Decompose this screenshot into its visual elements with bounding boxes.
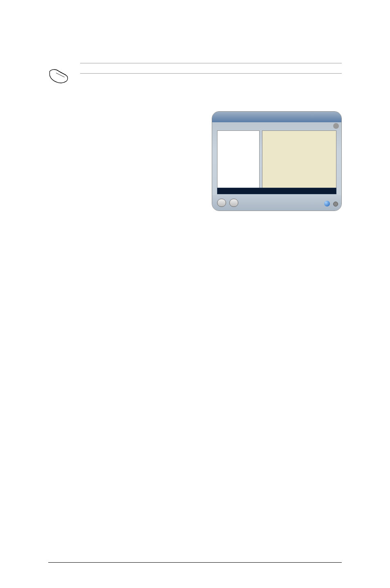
app-titlebar	[212, 112, 341, 122]
app-body	[217, 130, 336, 190]
note-hand-icon	[48, 68, 69, 85]
note-list	[80, 63, 342, 74]
mylogo-app-screenshot	[212, 111, 342, 211]
cancel-button[interactable]	[229, 199, 238, 207]
manual-page	[0, 0, 390, 588]
globe-icon[interactable]	[324, 201, 330, 206]
thumbnail-grid[interactable]	[262, 130, 336, 190]
two-column-row	[48, 110, 342, 211]
status-message-bar	[217, 188, 336, 194]
next-button[interactable]	[217, 199, 226, 207]
power-icon[interactable]	[333, 202, 338, 206]
app-footer	[212, 195, 341, 211]
close-icon[interactable]	[333, 123, 339, 129]
note-block	[48, 63, 342, 85]
folder-tree[interactable]	[217, 130, 260, 190]
page-footer	[48, 562, 342, 566]
